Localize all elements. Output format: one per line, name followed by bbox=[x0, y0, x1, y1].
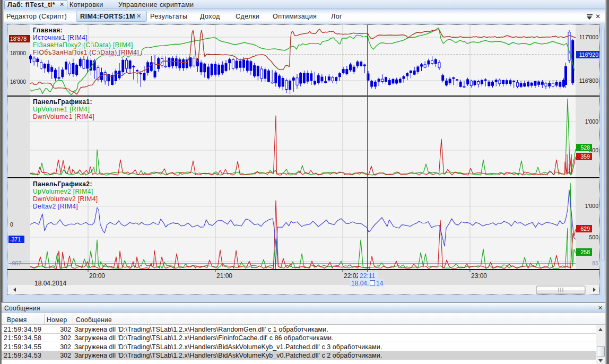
svg-text:FIЗаявНаПоку2 (C:\Data) [RIM4]: FIЗаявНаПоку2 (C:\Data) [RIM4] bbox=[33, 41, 133, 49]
svg-text:ПанельГрафика1:: ПанельГрафика1: bbox=[33, 98, 92, 106]
svg-text:18.04.2014: 18.04.2014 bbox=[34, 280, 66, 287]
svg-text:Deltav2 [RIM4]: Deltav2 [RIM4] bbox=[33, 203, 78, 210]
svg-text:14: 14 bbox=[376, 280, 384, 287]
svg-text:-371: -371 bbox=[10, 236, 21, 242]
svg-text:20:00: 20:00 bbox=[89, 272, 105, 280]
svg-text:-85: -85 bbox=[590, 260, 598, 266]
svg-text:ПанельГрафика2:: ПанельГрафика2: bbox=[33, 180, 92, 188]
svg-text:UpVolume1 [RIM4]: UpVolume1 [RIM4] bbox=[33, 106, 90, 113]
svg-text:1'000: 1'000 bbox=[585, 203, 599, 209]
svg-text:FIОбъЗаяНаПок1 (C:\Data) [RIM4: FIОбъЗаяНаПок1 (C:\Data) [RIM4] bbox=[33, 49, 139, 56]
svg-text:0: 0 bbox=[10, 221, 13, 228]
svg-text:22:11: 22:11 bbox=[360, 272, 375, 280]
svg-text:18.04.: 18.04. bbox=[351, 280, 369, 287]
svg-text:359: 359 bbox=[580, 153, 590, 160]
svg-text:117'000: 117'000 bbox=[579, 34, 598, 40]
svg-text:1'000: 1'000 bbox=[585, 118, 599, 125]
svg-text:18'878: 18'878 bbox=[10, 36, 27, 42]
svg-text:Главная:: Главная: bbox=[33, 27, 63, 34]
svg-text:116'800: 116'800 bbox=[579, 77, 598, 84]
svg-text:DwnVolumev2 [RIM4]: DwnVolumev2 [RIM4] bbox=[33, 195, 98, 203]
svg-text:18'000: 18'000 bbox=[10, 50, 26, 56]
svg-text:21:00: 21:00 bbox=[216, 272, 232, 280]
svg-text:UpVolumev2 [RIM4]: UpVolumev2 [RIM4] bbox=[33, 188, 93, 195]
svg-text:528: 528 bbox=[580, 144, 590, 151]
svg-text:Источник1 [RIM4]: Источник1 [RIM4] bbox=[33, 34, 88, 41]
svg-text:258: 258 bbox=[580, 249, 590, 255]
svg-text:16'000: 16'000 bbox=[10, 79, 26, 85]
svg-text:23:00: 23:00 bbox=[471, 272, 487, 280]
svg-text:22:02: 22:02 bbox=[344, 272, 360, 280]
svg-text:116'920: 116'920 bbox=[579, 51, 598, 58]
svg-text:DwnVolume1 [RIM4]: DwnVolume1 [RIM4] bbox=[33, 113, 94, 120]
svg-text:-907: -907 bbox=[10, 260, 21, 266]
svg-text:629: 629 bbox=[580, 226, 590, 232]
svg-text:500: 500 bbox=[589, 234, 598, 240]
